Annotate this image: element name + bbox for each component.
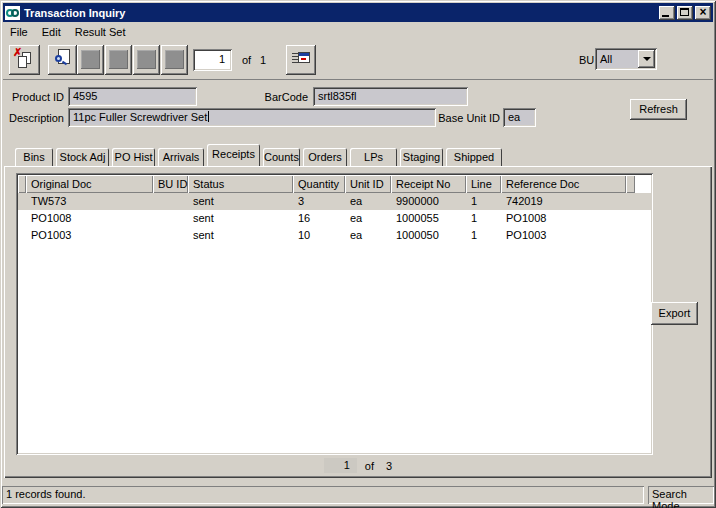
column-header-unit-id[interactable]: Unit ID (345, 175, 391, 193)
status-mode: Search Mode (648, 486, 714, 504)
blank-icon (81, 50, 100, 69)
table-cell (153, 210, 188, 227)
chevron-down-icon (643, 57, 651, 61)
detail-view-button[interactable] (286, 45, 316, 75)
table-cell (153, 227, 188, 244)
menu-result-set[interactable]: Result Set (68, 24, 133, 40)
table-cell: 742019 (501, 193, 626, 210)
column-header-quantity[interactable]: Quantity (293, 175, 345, 193)
product-id-field[interactable]: 4595 (68, 87, 197, 106)
table-cell: 3 (293, 193, 345, 210)
app-icon (5, 6, 20, 20)
record-total-label: 1 (260, 54, 266, 66)
text-caret (208, 111, 209, 122)
tab-receipts[interactable]: Receipts (207, 144, 260, 166)
row-margin-cell (18, 193, 26, 210)
nav-prev-button[interactable] (105, 45, 132, 75)
table-cell: ea (345, 193, 391, 210)
table-cell: ea (345, 210, 391, 227)
maximize-button[interactable] (677, 6, 693, 20)
status-message: 1 records found. (2, 486, 644, 504)
tab-orders[interactable]: Orders (303, 148, 347, 166)
search-button[interactable] (48, 45, 77, 75)
nav-last-button[interactable] (161, 45, 188, 75)
table-row[interactable]: PO1003sent10ea10000501PO1003 (18, 227, 651, 244)
table-cell: 10 (293, 227, 345, 244)
barcode-label: BarCode (253, 88, 308, 106)
column-header-status[interactable]: Status (188, 175, 293, 193)
description-value: 11pc Fuller Screwdriver Set (73, 111, 207, 123)
record-number-input[interactable]: 1 (193, 49, 232, 71)
column-header-original-doc[interactable]: Original Doc (26, 175, 153, 193)
grid-header: Original DocBU IDStatusQuantityUnit IDRe… (18, 175, 651, 193)
table-cell: sent (188, 193, 293, 210)
close-icon: × (695, 5, 711, 19)
minimize-icon (662, 15, 669, 17)
table-cell: PO1008 (26, 210, 153, 227)
table-cell: PO1003 (26, 227, 153, 244)
row-margin-cell (18, 227, 26, 244)
table-cell (153, 193, 188, 210)
table-cell: 1000050 (391, 227, 466, 244)
tab-arrivals[interactable]: Arrivals (158, 148, 204, 166)
header-form: Product ID 4595 BarCode srtl835fl Descri… (3, 80, 713, 145)
grid-pager: 1 of 3 (4, 458, 712, 473)
column-header-line[interactable]: Line (466, 175, 501, 193)
menu-bar: File Edit Result Set (3, 22, 713, 41)
tab-counts[interactable]: Counts (263, 148, 300, 166)
tab-bins[interactable]: Bins (15, 148, 53, 166)
table-cell: sent (188, 210, 293, 227)
tab-staging[interactable]: Staging (400, 148, 443, 166)
page-number-input[interactable]: 1 (324, 458, 357, 473)
page-of-label: of (365, 460, 374, 472)
table-row[interactable]: PO1008sent16ea10000551PO1008 (18, 210, 651, 227)
bu-select[interactable]: All (595, 48, 657, 70)
record-of-label: of (242, 54, 251, 66)
results-grid: Original DocBU IDStatusQuantityUnit IDRe… (16, 173, 653, 455)
blank-icon (137, 50, 156, 69)
tab-strip: BinsStock AdjPO HistArrivalsReceiptsCoun… (3, 145, 713, 166)
toolbar: ✗ 1 of 1 BU All (3, 41, 713, 80)
table-cell: 16 (293, 210, 345, 227)
description-field[interactable]: 11pc Fuller Screwdriver Set (68, 108, 436, 127)
table-row[interactable]: TW573sent3ea99000001742019 (18, 193, 651, 210)
minimize-button[interactable] (659, 6, 675, 20)
column-header-bu-id[interactable]: BU ID (153, 175, 188, 193)
tab-stock-adj[interactable]: Stock Adj (56, 148, 109, 166)
form-window-icon (291, 51, 311, 68)
refresh-button[interactable]: Refresh (630, 99, 687, 120)
bu-label: BU (579, 54, 594, 66)
nav-first-button[interactable] (77, 45, 104, 75)
clear-results-button[interactable]: ✗ (9, 45, 40, 75)
table-cell: PO1008 (501, 210, 626, 227)
column-header-receipt-no[interactable]: Receipt No (391, 175, 466, 193)
tab-po-hist[interactable]: PO Hist (112, 148, 155, 166)
table-cell: 9900000 (391, 193, 466, 210)
menu-file[interactable]: File (3, 24, 35, 40)
page-total-label: 3 (386, 460, 392, 472)
base-unit-id-label: Base Unit ID (438, 109, 500, 127)
column-header-reference-doc[interactable]: Reference Doc (501, 175, 626, 193)
grid-header-filler (626, 175, 635, 193)
export-button[interactable]: Export (651, 302, 698, 325)
search-document-icon (54, 49, 72, 69)
description-label: Description (8, 109, 64, 127)
window-title: Transaction Inquiry (20, 7, 659, 19)
transaction-inquiry-window: Transaction Inquiry × File Edit Result S… (0, 0, 716, 508)
receipts-tab-panel: Original DocBU IDStatusQuantityUnit IDRe… (4, 166, 712, 478)
tab-shipped-mh10s[interactable]: Shipped MH10s (446, 148, 502, 166)
menu-edit[interactable]: Edit (35, 24, 68, 40)
bu-selected-value: All (600, 53, 612, 65)
bu-dropdown-button[interactable] (638, 50, 655, 68)
tab-lps[interactable]: LPs (350, 148, 397, 166)
nav-next-button[interactable] (133, 45, 160, 75)
blank-icon (165, 50, 184, 69)
close-button[interactable]: × (695, 6, 711, 20)
grid-body: TW573sent3ea99000001742019PO1008sent16ea… (18, 193, 651, 244)
table-cell: TW573 (26, 193, 153, 210)
base-unit-id-field[interactable]: ea (503, 108, 536, 127)
barcode-field[interactable]: srtl835fl (313, 87, 468, 106)
title-bar: Transaction Inquiry × (3, 3, 713, 22)
table-cell: 1 (466, 193, 501, 210)
table-cell: PO1003 (501, 227, 626, 244)
